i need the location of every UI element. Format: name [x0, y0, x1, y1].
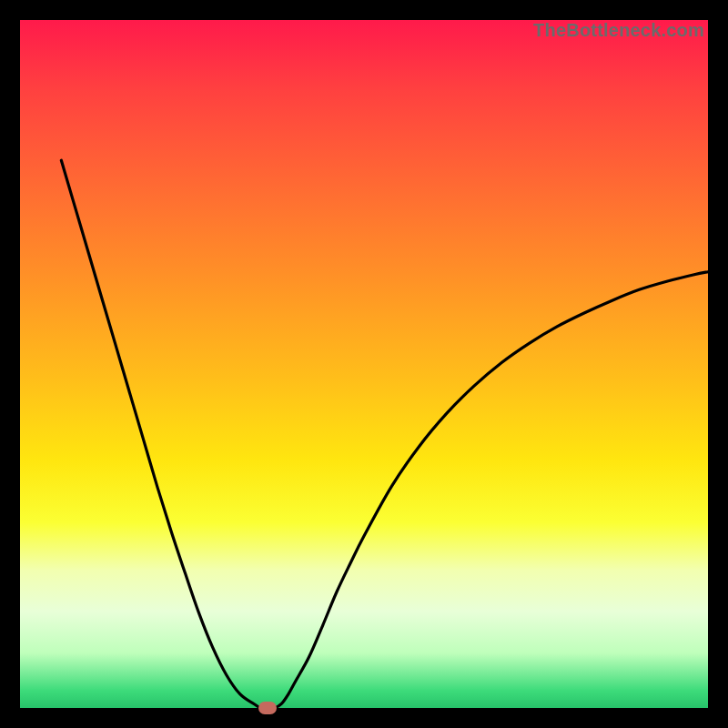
optimal-point-marker [258, 702, 277, 714]
plot-area: TheBottleneck.com [20, 20, 708, 708]
bottleneck-curve [20, 20, 708, 708]
chart-frame: TheBottleneck.com [0, 0, 728, 728]
